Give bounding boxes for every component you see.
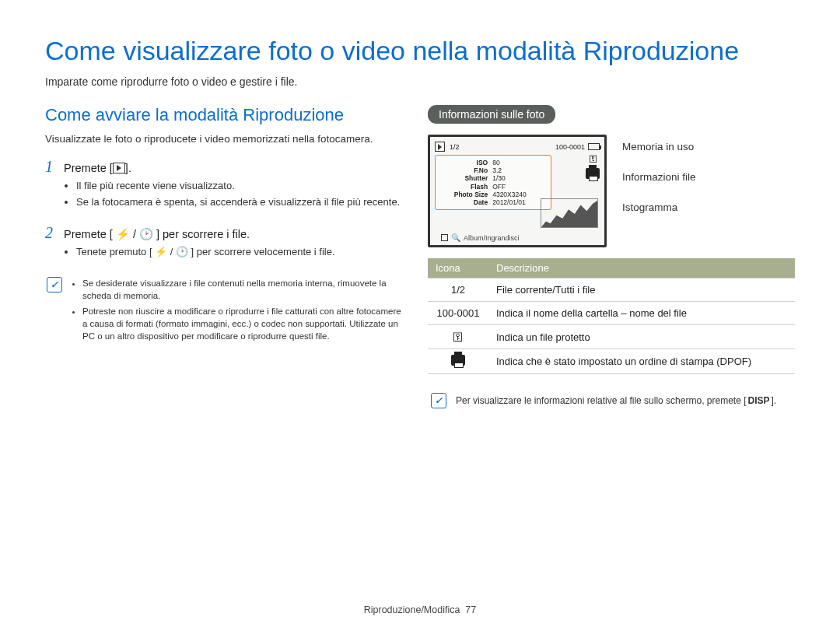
desc-cell: Indica che è stato impostato un ordine d… <box>488 349 795 374</box>
album-icon <box>441 234 448 241</box>
page-footer: Riproduzione/Modifica 77 <box>0 604 840 615</box>
list-item: Tenete premuto [ ⚡ / 🕑 ] per scorrere ve… <box>76 245 403 260</box>
table-row: Indica che è stato impostato un ordine d… <box>428 349 795 374</box>
list-item: Se desiderate visualizzare i file conten… <box>82 277 401 302</box>
table-row: 1/2 File corrente/Tutti i file <box>428 278 795 302</box>
icon-cell: 100-0001 <box>428 302 488 325</box>
step-number: 2 <box>45 224 58 242</box>
table-row: ⚿ Indica un file protetto <box>428 325 795 349</box>
battery-icon <box>588 143 600 150</box>
list-item: Potreste non riuscire a modificare o rip… <box>82 305 401 342</box>
printer-icon <box>586 168 600 179</box>
right-column: Informazioni sulle foto 1/2 100-0001 ⚿ <box>428 105 795 408</box>
playback-icon <box>113 163 125 173</box>
step-2-bullets: Tenete premuto [ ⚡ / 🕑 ] per scorrere ve… <box>76 245 403 260</box>
callout-memory: Memoria in uso <box>622 141 696 152</box>
step-1: 1 Premete []. <box>45 158 403 176</box>
lcd-bottom-label: Album/Ingrandisci <box>464 234 520 242</box>
note-icon: ✓ <box>47 277 62 292</box>
lock-icon: ⚿ <box>589 154 597 163</box>
file-counter: 1/2 <box>450 143 460 151</box>
file-number: 100-0001 <box>555 143 585 151</box>
step-2: 2 Premete [ ⚡ / 🕑 ] per scorrere i file. <box>45 224 403 242</box>
note-icon: ✓ <box>431 393 446 408</box>
photo-info-panel: ISO80 F.No3.2 Shutter1/30 FlashOFF Photo… <box>435 155 551 210</box>
table-row: 100-0001 Indica il nome della cartella –… <box>428 302 795 325</box>
page-intro: Imparate come riprodurre foto o video e … <box>45 75 795 88</box>
desc-cell: Indica un file protetto <box>488 325 795 349</box>
icon-cell: 1/2 <box>428 278 488 302</box>
step-text: Premete [ ⚡ / 🕑 ] per scorrere i file. <box>64 228 250 241</box>
left-column: Come avviare la modalità Riproduzione Vi… <box>45 105 403 408</box>
list-item: Se la fotocamera è spenta, si accenderà … <box>76 195 403 210</box>
disp-button-label: DISP <box>746 395 771 406</box>
printer-icon <box>451 355 465 366</box>
histogram <box>541 198 598 228</box>
callouts: Memoria in uso Informazioni file Istogra… <box>622 141 696 247</box>
lock-icon: ⚿ <box>453 331 464 343</box>
table-header-desc: Descrizione <box>488 258 795 278</box>
step-number: 1 <box>45 158 58 176</box>
section-heading: Come avviare la modalità Riproduzione <box>45 105 403 125</box>
icon-cell: ⚿ <box>428 325 488 349</box>
info-pill: Informazioni sulle foto <box>428 105 555 124</box>
note-list: Se desiderate visualizzare i file conten… <box>82 277 401 345</box>
icon-description-table: Icona Descrizione 1/2 File corrente/Tutt… <box>428 258 795 374</box>
svg-marker-0 <box>541 201 597 227</box>
list-item: Il file più recente viene visualizzato. <box>76 179 403 194</box>
lcd-preview: 1/2 100-0001 ⚿ ISO80 F.No3.2 Shutter1/ <box>428 135 607 247</box>
note-disp: ✓ Per visualizzare le informazioni relat… <box>428 393 795 408</box>
note-box: ✓ Se desiderate visualizzare i file cont… <box>45 274 403 349</box>
step-text: Premete []. <box>64 162 131 174</box>
desc-cell: File corrente/Tutti i file <box>488 278 795 302</box>
icon-cell <box>428 349 488 374</box>
page-title: Come visualizzare foto o video nella mod… <box>45 36 795 66</box>
section-intro: Visualizzate le foto o riproducete i vid… <box>45 131 403 147</box>
callout-histogram: Istogramma <box>622 201 696 213</box>
playback-icon <box>435 142 445 152</box>
desc-cell: Indica il nome della cartella – nome del… <box>488 302 795 325</box>
callout-info: Informazioni file <box>622 171 696 183</box>
step-1-bullets: Il file più recente viene visualizzato. … <box>76 179 403 211</box>
magnify-icon: 🔍 <box>451 233 460 242</box>
table-header-icon: Icona <box>428 258 488 278</box>
